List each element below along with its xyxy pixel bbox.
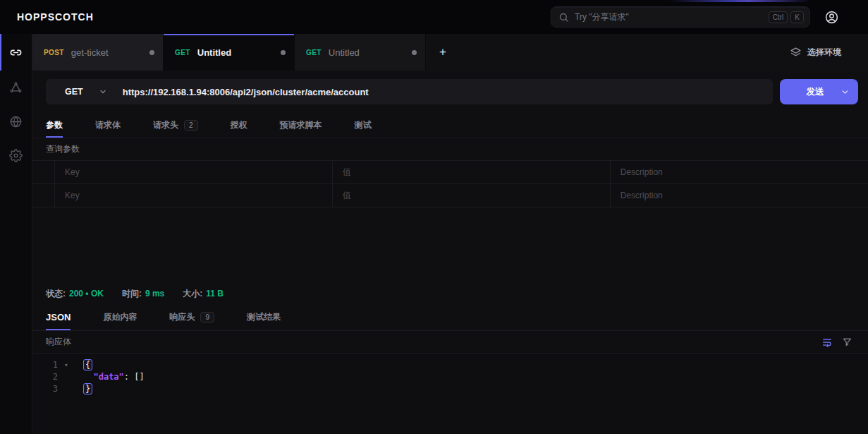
shortcut-ctrl-badge: Ctrl [769, 11, 788, 23]
param-key-input[interactable] [65, 191, 322, 200]
headers-count-badge: 2 [184, 120, 198, 131]
tab-name: Untitled [329, 47, 412, 58]
sidebar-item-settings[interactable] [0, 138, 32, 172]
tab-strip-spacer [460, 34, 778, 71]
tab-method-label: GET [306, 49, 322, 56]
line-number: 1 [32, 360, 58, 370]
code-content: "data": [] [78, 372, 145, 382]
sidebar-item-rest[interactable] [0, 34, 32, 71]
url-input[interactable] [123, 87, 773, 97]
add-tab-button[interactable]: + [426, 34, 460, 71]
param-value-input[interactable] [343, 191, 600, 200]
response-tabs: JSON 原始内容 响应头 9 测试结果 [32, 304, 868, 331]
param-key-cell [54, 184, 332, 207]
gutter: 3 [32, 384, 78, 394]
tab-label: 测试结果 [247, 311, 281, 323]
sidebar-item-graphql[interactable] [0, 71, 32, 104]
send-button[interactable]: 发送 [780, 79, 858, 104]
graphql-icon [9, 81, 23, 95]
gutter: 1 ▾ [32, 360, 78, 370]
param-description-input[interactable] [621, 167, 858, 177]
tab-headers[interactable]: 请求头 2 [137, 113, 214, 138]
param-key-input[interactable] [65, 167, 322, 177]
close-brace: } [83, 383, 92, 394]
open-brace: { [83, 359, 92, 370]
tab-label: 响应头 [169, 311, 195, 323]
tab-pre-request-script[interactable]: 预请求脚本 [264, 113, 338, 138]
global-search[interactable]: Ctrl K [551, 6, 810, 28]
tab-method-label: POST [44, 49, 64, 56]
row-drag-handle[interactable] [32, 184, 54, 207]
main-panel: POST get-ticket GET Untitled GET Untitle… [32, 34, 868, 434]
query-params-header: 查询参数 [32, 138, 868, 161]
tab-json[interactable]: JSON [46, 304, 87, 330]
sidebar-item-realtime[interactable] [0, 104, 32, 138]
wrap-lines-button[interactable] [817, 334, 837, 351]
unsaved-dot-icon[interactable] [149, 50, 154, 55]
request-tab-untitled[interactable]: GET Untitled [295, 34, 426, 71]
search-icon [558, 12, 569, 23]
unsaved-dot-icon[interactable] [281, 50, 286, 55]
size-value: 11 B [206, 289, 224, 299]
method-select[interactable]: GET [46, 87, 123, 97]
request-tab-untitled-active[interactable]: GET Untitled [164, 34, 295, 71]
environment-selector[interactable]: 选择环境 [778, 34, 868, 71]
filter-button[interactable] [837, 334, 857, 351]
json-value: [] [134, 372, 144, 382]
link-icon [9, 46, 23, 59]
code-line: 3 } [32, 382, 868, 394]
code-line: 1 ▾ { [32, 358, 868, 370]
tab-test-results[interactable]: 测试结果 [231, 304, 297, 330]
chevron-down-icon[interactable] [841, 88, 858, 97]
response-body-editor[interactable]: 1 ▾ { 2 "data": [] 3 [32, 354, 868, 434]
tab-tests[interactable]: 测试 [338, 113, 388, 138]
empty-area [32, 207, 868, 283]
tab-label: 授权 [231, 119, 247, 131]
row-drag-handle[interactable] [32, 161, 54, 183]
param-value-input[interactable] [343, 167, 600, 177]
line-number: 3 [32, 384, 58, 394]
response-body-title: 响应体 [46, 336, 71, 348]
tab-label: 测试 [355, 119, 372, 131]
param-value-cell [332, 161, 610, 183]
param-desc-cell [610, 161, 868, 183]
json-separator: : [124, 372, 134, 382]
gutter: 2 [32, 372, 78, 382]
tab-label: 请求头 [153, 119, 178, 131]
size-label: 大小: [183, 288, 202, 300]
unsaved-dot-icon[interactable] [412, 50, 417, 55]
param-value-cell [332, 184, 610, 207]
layers-icon [790, 47, 802, 59]
code-line: 2 "data": [] [32, 370, 868, 382]
environment-selector-label: 选择环境 [807, 47, 841, 59]
request-bar: GET 发送 [32, 71, 868, 113]
time-label: 时间: [122, 288, 142, 300]
globe-icon [9, 115, 23, 128]
line-number: 2 [32, 372, 58, 382]
request-option-tabs: 参数 请求体 请求头 2 授权 预请求脚本 测试 [32, 113, 868, 138]
tab-name: get-ticket [71, 47, 149, 58]
filter-icon [842, 337, 852, 347]
json-key: "data" [93, 372, 123, 382]
param-row [32, 161, 868, 184]
param-description-input[interactable] [621, 191, 858, 200]
url-group: GET [46, 79, 773, 104]
tab-raw[interactable]: 原始内容 [87, 304, 153, 330]
hoppscotch-app: HOPPSCOTCH Ctrl K [0, 0, 868, 434]
response-status-row: 状态: 200 • OK 时间: 9 ms 大小: 11 B [32, 283, 868, 304]
param-row [32, 184, 868, 207]
tab-label: 请求体 [95, 119, 121, 131]
primary-sidebar [0, 34, 32, 434]
account-button[interactable] [823, 8, 840, 25]
fold-arrow-icon[interactable]: ▾ [58, 361, 75, 368]
chevron-down-icon [99, 88, 107, 96]
tab-response-headers[interactable]: 响应头 9 [153, 304, 231, 330]
request-tab-strip: POST get-ticket GET Untitled GET Untitle… [32, 34, 868, 71]
response-headers-count-badge: 9 [200, 312, 214, 323]
request-tab-get-ticket[interactable]: POST get-ticket [32, 34, 164, 71]
tab-authorization[interactable]: 授权 [214, 113, 264, 138]
tab-body[interactable]: 请求体 [79, 113, 137, 138]
tab-params[interactable]: 参数 [46, 113, 79, 138]
send-button-label: 发送 [780, 86, 841, 98]
search-input[interactable] [575, 12, 766, 22]
